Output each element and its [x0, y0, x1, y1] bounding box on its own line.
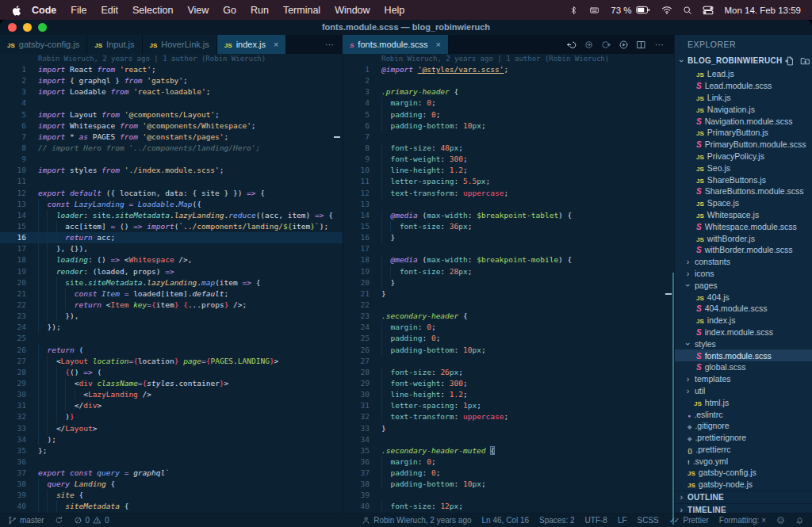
code-line: 21 const Item = loaded[item].default; — [0, 288, 343, 300]
menu-selection[interactable]: Selection — [125, 5, 180, 16]
tree-item-.prettierignore[interactable]: ◆.prettierignore — [675, 432, 812, 444]
blame-annotation: Robin Wieruch, 2 years ago | 1 author (R… — [0, 54, 343, 64]
split-editor-icon[interactable] — [636, 40, 646, 50]
tree-item-.prettierrc[interactable]: {}.prettierrc — [675, 444, 812, 456]
wifi-icon[interactable] — [661, 6, 672, 14]
status-item-formatting-[interactable]: Formatting: × — [719, 516, 766, 525]
workspace-section-header[interactable]: › BLOG_ROBINWIERUCH — [675, 53, 812, 68]
close-tab-icon[interactable]: × — [274, 40, 278, 49]
tree-item-404.module.scss[interactable]: S404.module.scss — [675, 303, 812, 315]
menu-edit[interactable]: Edit — [94, 5, 125, 16]
outline-section[interactable]: › OUTLINE — [675, 491, 812, 503]
tree-item-404.js[interactable]: JS404.js — [675, 291, 812, 303]
status-item-utf-8[interactable]: UTF-8 — [585, 516, 607, 525]
status-item[interactable] — [55, 516, 63, 525]
tree-item-styles[interactable]: ›styles — [675, 338, 812, 349]
tree-item-Whitespace.js[interactable]: JSWhitespace.js — [675, 209, 812, 221]
menu-run[interactable]: Run — [243, 5, 276, 16]
tab-overflow-button[interactable]: ⋯ — [317, 40, 343, 50]
status-item-scss[interactable]: SCSS — [638, 516, 659, 525]
tree-item-Lead.module.scss[interactable]: SLead.module.scss — [675, 80, 812, 92]
menu-view[interactable]: View — [180, 5, 216, 16]
tree-item-Link.js[interactable]: JSLink.js — [675, 92, 812, 104]
menu-code[interactable]: Code — [25, 5, 63, 16]
tree-item-Navigation.js[interactable]: JSNavigation.js — [675, 103, 812, 115]
tab-index.js[interactable]: JSindex.js× — [217, 35, 287, 54]
tree-item-ShareButtons.js[interactable]: JSShareButtons.js — [675, 174, 812, 185]
titlebar[interactable]: fonts.module.scss — blog_robinwieruch — [0, 20, 812, 35]
sidebar-resize-sash[interactable] — [672, 273, 674, 525]
tree-item-ShareButtons.module.scss[interactable]: SShareButtons.module.scss — [675, 185, 812, 197]
tree-item-index.module.scss[interactable]: Sindex.module.scss — [675, 327, 812, 338]
tree-item-gatsby-config.js[interactable]: JSgatsby-config.js — [675, 467, 812, 479]
status-item-0[interactable]: 00 — [74, 516, 109, 525]
status-item-ln-46-col-16[interactable]: Ln 46, Col 16 — [482, 516, 530, 525]
timeline-section[interactable]: › TIMELINE — [675, 503, 812, 516]
tree-item-Seo.js[interactable]: JSSeo.js — [675, 162, 812, 174]
status-item-master[interactable]: master — [8, 516, 44, 525]
tree-item-Navigation.module.scss[interactable]: SNavigation.module.scss — [675, 115, 812, 127]
tree-item-util[interactable]: ›util — [675, 385, 812, 397]
code-line: 1@import '@styles/vars.scss'; — [343, 64, 674, 75]
editor-index-js[interactable]: Robin Wieruch, 2 years ago | 1 author (R… — [0, 54, 343, 513]
tree-item-html.js[interactable]: JShtml.js — [675, 396, 812, 408]
editor-fonts-module-scss[interactable]: Robin Wieruch, 2 years ago | 1 author (R… — [343, 54, 674, 513]
tree-item-constants[interactable]: ›constants — [675, 256, 812, 268]
tree-item-templates[interactable]: ›templates — [675, 373, 812, 385]
editor-more-actions-button[interactable]: ⋯ — [653, 40, 666, 50]
status-item[interactable] — [776, 516, 785, 525]
new-folder-icon[interactable] — [800, 56, 810, 66]
code-line: 4 — [0, 97, 343, 109]
close-window-button[interactable] — [8, 23, 17, 32]
tree-item-.svgo.yml[interactable]: !.svgo.yml — [675, 455, 812, 467]
tree-item-global.scss[interactable]: Sglobal.scss — [675, 361, 812, 373]
tree-item-Space.js[interactable]: JSSpace.js — [675, 197, 812, 209]
menu-terminal[interactable]: Terminal — [276, 5, 327, 16]
tree-item-withBorder.module.scss[interactable]: SwithBorder.module.scss — [675, 244, 812, 256]
new-file-icon[interactable] — [785, 56, 795, 66]
tree-item-Whitespace.module.scss[interactable]: SWhitespace.module.scss — [675, 220, 812, 232]
tab-fonts.module.scss[interactable]: Sfonts.module.scss× — [343, 35, 449, 54]
nav-next-icon[interactable] — [601, 40, 611, 50]
tree-item-.eslintrc[interactable]: ●.eslintrc — [675, 408, 812, 420]
tree-item-Lead.js[interactable]: JSLead.js — [675, 68, 812, 80]
tree-item-pages[interactable]: ›pages — [675, 279, 812, 291]
zoom-window-button[interactable] — [38, 23, 47, 32]
status-item-prettier[interactable]: ✓✓Prettier — [669, 516, 709, 525]
tree-item-.gitignore[interactable]: ◆.gitignore — [675, 420, 812, 432]
code-line: 13 const LazyLanding = Loadable.Map({ — [0, 199, 343, 210]
status-item-robin-wieruch-2-years-ago[interactable]: Robin Wieruch, 2 years ago — [362, 516, 471, 525]
tree-item-PrimaryButton.js[interactable]: JSPrimaryButton.js — [675, 127, 812, 139]
apple-menu-icon[interactable] — [11, 4, 21, 16]
menu-help[interactable]: Help — [377, 5, 412, 16]
keyboard-icon[interactable] — [588, 6, 600, 15]
menu-window[interactable]: Window — [327, 5, 377, 16]
run-menu-icon[interactable] — [619, 40, 629, 50]
nav-forward-icon[interactable] — [584, 40, 594, 50]
nav-back-icon[interactable] — [566, 40, 576, 50]
tree-item-fonts.module.scss[interactable]: Sfonts.module.scss — [675, 349, 812, 361]
spotlight-icon[interactable] — [683, 6, 692, 15]
tree-item-PrimaryButton.module.scss[interactable]: SPrimaryButton.module.scss — [675, 139, 812, 151]
bluetooth-icon[interactable] — [569, 5, 578, 16]
menubar-clock[interactable]: Mon 14. Feb 13:59 — [724, 6, 801, 15]
tree-item-PrivacyPolicy.js[interactable]: JSPrivacyPolicy.js — [675, 151, 812, 162]
tree-item-icons[interactable]: ›icons — [675, 268, 812, 280]
code-line: 35}; — [0, 445, 343, 456]
tree-item-index.js[interactable]: JSindex.js — [675, 315, 812, 327]
tree-item-gatsby-node.js[interactable]: JSgatsby-node.js — [675, 479, 812, 491]
control-center-icon[interactable] — [703, 6, 714, 15]
menu-go[interactable]: Go — [216, 5, 243, 16]
tree-item-withBorder.js[interactable]: JSwithBorder.js — [675, 232, 812, 244]
tab-HoverLink.js[interactable]: JSHoverLink.js — [143, 35, 217, 54]
code-line: 32 )} — [0, 411, 343, 422]
tab-Input.js[interactable]: JSInput.js — [87, 35, 142, 54]
status-item-lf[interactable]: LF — [618, 516, 627, 525]
close-tab-icon[interactable]: × — [435, 40, 440, 49]
menu-file[interactable]: File — [63, 5, 94, 16]
tab-gatsby-config.js[interactable]: JSgatsby-config.js — [0, 35, 87, 54]
status-item[interactable] — [795, 516, 804, 525]
status-item-spaces-2[interactable]: Spaces: 2 — [539, 516, 574, 525]
battery-status[interactable]: 73 % — [611, 6, 651, 15]
minimize-window-button[interactable] — [23, 23, 32, 32]
